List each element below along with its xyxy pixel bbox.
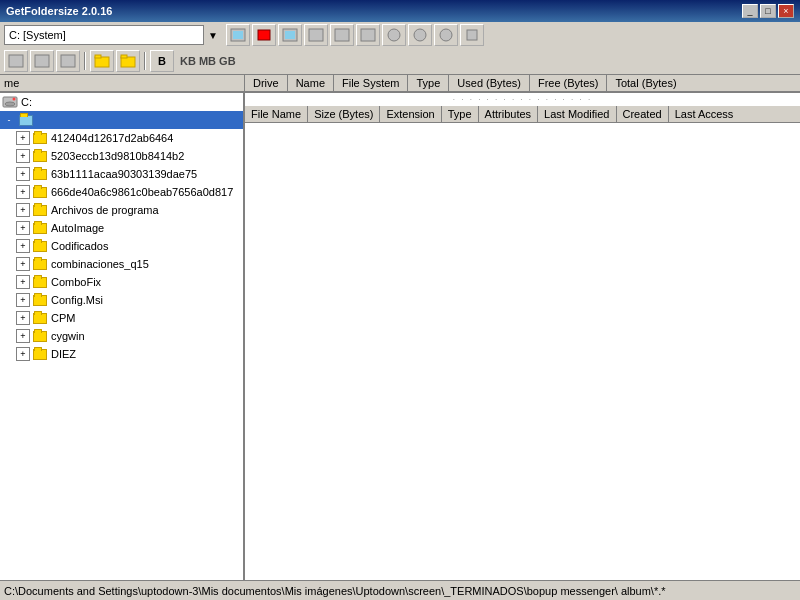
tree-expander[interactable]: + [16, 131, 30, 145]
file-header: File Name Size (Bytes) Extension Type At… [245, 106, 800, 123]
list-item[interactable]: + CPM [0, 309, 243, 327]
folder-icon [33, 187, 47, 198]
tree-item-label: Codificados [51, 240, 108, 252]
toolbar-btn-1[interactable] [226, 24, 250, 46]
maximize-button[interactable]: □ [760, 4, 776, 18]
back-btn[interactable] [4, 50, 28, 72]
drive-col-name[interactable]: Name [288, 75, 334, 91]
toolbar-btn-4[interactable] [304, 24, 328, 46]
drive-col-filesystem[interactable]: File System [334, 75, 408, 91]
toolbar-btn-10[interactable] [460, 24, 484, 46]
tree-expander[interactable]: + [16, 257, 30, 271]
toolbar-btn-2[interactable] [252, 24, 276, 46]
toolbar-btn-7[interactable] [382, 24, 406, 46]
drive-icon [2, 95, 18, 109]
list-item[interactable]: + cygwin [0, 327, 243, 345]
forward-btn[interactable] [30, 50, 54, 72]
folder-icon-wrap [32, 257, 48, 271]
drive-col-me-label: me [4, 77, 19, 89]
address-bar-row: ▼ [0, 22, 800, 48]
list-item[interactable]: + DIEZ [0, 345, 243, 363]
folder-icon-wrap [32, 149, 48, 163]
folder-btn-1[interactable] [90, 50, 114, 72]
tree-expander[interactable]: + [16, 275, 30, 289]
list-item[interactable]: + 666de40a6c9861c0beab7656a0d817 [0, 183, 243, 201]
tree-item-label: 666de40a6c9861c0beab7656a0d817 [51, 186, 233, 198]
address-input[interactable] [4, 25, 204, 45]
file-col-modified[interactable]: Last Modified [538, 106, 616, 122]
drive-col-type[interactable]: Type [408, 75, 449, 91]
list-item[interactable]: + Codificados [0, 237, 243, 255]
folder-icon [33, 259, 47, 270]
file-col-access[interactable]: Last Access [669, 106, 740, 122]
drive-col-free[interactable]: Free (Bytes) [530, 75, 608, 91]
tree-item-label: Config.Msi [51, 294, 103, 306]
toolbar-btn-8[interactable] [408, 24, 432, 46]
list-item[interactable]: + 5203eccb13d9810b8414b2 [0, 147, 243, 165]
up-btn[interactable] [56, 50, 80, 72]
toolbar-btn-9[interactable] [434, 24, 458, 46]
status-text: C:\Documents and Settings\uptodown-3\Mis… [4, 585, 666, 597]
drive-panel: me Drive Name File System Type Used (Byt… [0, 75, 800, 93]
tree-item-label: AutoImage [51, 222, 104, 234]
list-item[interactable]: + Config.Msi [0, 291, 243, 309]
tree-item-label: 412404d12617d2ab6464 [51, 132, 173, 144]
root-expander[interactable]: - [2, 113, 16, 127]
folder-icon [33, 133, 47, 144]
splitter-dots: · · · · · · · · · · · · · · · · · [245, 93, 800, 106]
file-content[interactable] [245, 123, 800, 580]
close-button[interactable]: × [778, 4, 794, 18]
file-col-ext[interactable]: Extension [380, 106, 441, 122]
minimize-button[interactable]: _ [742, 4, 758, 18]
file-panel: · · · · · · · · · · · · · · · · · File N… [245, 93, 800, 580]
tree-items-container: + 412404d12617d2ab6464+ 5203eccb13d9810b… [0, 129, 243, 363]
tree-expander[interactable]: + [16, 149, 30, 163]
tree-expander[interactable]: + [16, 185, 30, 199]
tree-item-root[interactable]: - [0, 111, 243, 129]
folder-btn-2[interactable] [116, 50, 140, 72]
file-col-type[interactable]: Type [442, 106, 479, 122]
folder-icon [33, 241, 47, 252]
folder-icon-wrap [32, 293, 48, 307]
toolbar-btn-3[interactable] [278, 24, 302, 46]
folder-tree[interactable]: C: - + 412404d12617d2ab6464+ 5203eccb13d… [0, 93, 245, 580]
file-col-attr[interactable]: Attributes [479, 106, 538, 122]
toolbar-btn-6[interactable] [356, 24, 380, 46]
drive-col-total[interactable]: Total (Bytes) [607, 75, 684, 91]
list-item[interactable]: + 412404d12617d2ab6464 [0, 129, 243, 147]
b-btn[interactable]: B [150, 50, 174, 72]
list-item[interactable]: + AutoImage [0, 219, 243, 237]
svg-rect-13 [35, 55, 49, 67]
file-col-created[interactable]: Created [617, 106, 669, 122]
file-col-size[interactable]: Size (Bytes) [308, 106, 380, 122]
tree-item-label: ComboFix [51, 276, 101, 288]
folder-icon [33, 151, 47, 162]
list-item[interactable]: + ComboFix [0, 273, 243, 291]
folder-icon [33, 313, 47, 324]
tree-expander[interactable]: + [16, 167, 30, 181]
folder-icon-wrap [32, 131, 48, 145]
toolbar-separator-1 [84, 52, 86, 70]
kb-mb-gb-label: KB MB GB [176, 55, 240, 67]
svg-rect-6 [335, 29, 349, 41]
svg-point-9 [414, 29, 426, 41]
main-area: me Drive Name File System Type Used (Byt… [0, 75, 800, 580]
drive-col-used[interactable]: Used (Bytes) [449, 75, 530, 91]
tree-expander[interactable]: + [16, 347, 30, 361]
tree-expander[interactable]: + [16, 311, 30, 325]
tree-expander[interactable]: + [16, 329, 30, 343]
file-col-name[interactable]: File Name [245, 106, 308, 122]
tree-expander[interactable]: + [16, 239, 30, 253]
address-dropdown-arrow[interactable]: ▼ [208, 30, 218, 41]
toolbar-btn-5[interactable] [330, 24, 354, 46]
drive-header: me Drive Name File System Type Used (Byt… [0, 75, 800, 92]
tree-expander[interactable]: + [16, 221, 30, 235]
tree-expander[interactable]: + [16, 293, 30, 307]
tree-item-drive[interactable]: C: [0, 93, 243, 111]
list-item[interactable]: + 63b1111acaa90303139dae75 [0, 165, 243, 183]
tree-expander[interactable]: + [16, 203, 30, 217]
folder-icon-wrap [32, 311, 48, 325]
list-item[interactable]: + combinaciones_q15 [0, 255, 243, 273]
drive-col-drive[interactable]: Drive [245, 75, 288, 91]
list-item[interactable]: + Archivos de programa [0, 201, 243, 219]
